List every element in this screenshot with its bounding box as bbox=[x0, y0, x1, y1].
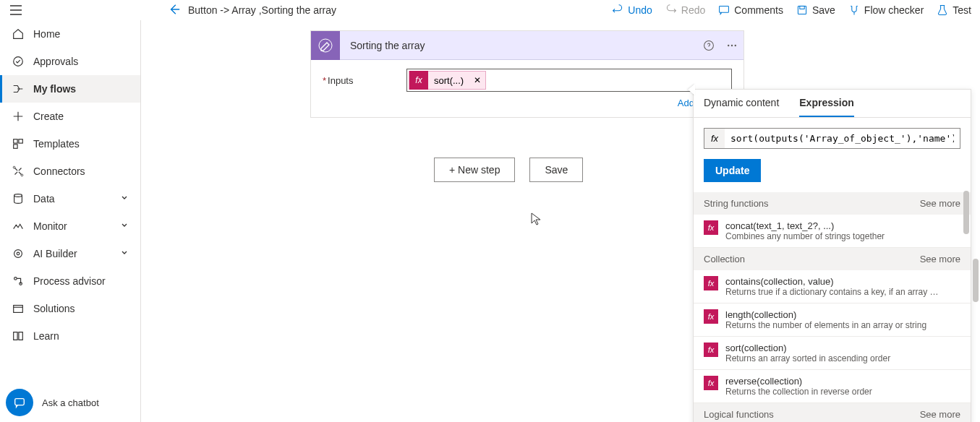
chevron-down-icon bbox=[120, 220, 129, 232]
cursor-icon bbox=[531, 212, 541, 225]
scrollbar-thumb[interactable] bbox=[973, 259, 979, 302]
help-icon[interactable] bbox=[697, 34, 720, 57]
new-step-button[interactable]: + New step bbox=[434, 158, 515, 182]
svg-rect-6 bbox=[14, 145, 17, 148]
home-icon bbox=[12, 27, 25, 40]
save-flow-button[interactable]: Save bbox=[529, 158, 583, 182]
remove-token-icon[interactable]: ✕ bbox=[469, 75, 485, 85]
plus-icon bbox=[12, 110, 25, 123]
svg-rect-5 bbox=[19, 139, 22, 143]
expression-input[interactable] bbox=[725, 129, 960, 148]
sidebar-item-label: Connectors bbox=[33, 165, 85, 177]
svg-point-7 bbox=[13, 166, 15, 168]
function-signature: concat(text_1, text_2?, ...) bbox=[725, 220, 960, 231]
sidebar-item-templates[interactable]: Templates bbox=[0, 130, 140, 158]
tab-expression[interactable]: Expression bbox=[799, 97, 853, 117]
sidebar-item-my-flows[interactable]: My flows bbox=[0, 75, 140, 103]
sidebar-item-solutions[interactable]: Solutions bbox=[0, 295, 140, 322]
expression-panel: Dynamic content Expression fx Update Str… bbox=[693, 89, 971, 422]
inputs-field[interactable]: fx sort(...) ✕ bbox=[406, 69, 732, 92]
step-title: Sorting the array bbox=[340, 40, 697, 51]
sidebar-item-connectors[interactable]: Connectors bbox=[0, 158, 140, 185]
sidebar-item-label: Learn bbox=[33, 330, 59, 342]
svg-rect-4 bbox=[14, 139, 17, 143]
fx-icon: fx bbox=[704, 276, 718, 290]
function-sort[interactable]: fx sort(collection) Returns an array sor… bbox=[694, 337, 971, 370]
svg-rect-15 bbox=[15, 399, 25, 405]
svg-point-16 bbox=[319, 39, 332, 52]
tab-dynamic-content[interactable]: Dynamic content bbox=[704, 97, 779, 117]
sidebar-item-label: AI Builder bbox=[33, 248, 77, 259]
learn-icon bbox=[12, 330, 25, 343]
comments-button[interactable]: Comments bbox=[718, 4, 783, 16]
sidebar-item-label: My flows bbox=[33, 83, 76, 95]
sidebar-item-label: Create bbox=[33, 111, 64, 122]
chevron-down-icon bbox=[120, 193, 129, 204]
see-more-link[interactable]: See more bbox=[920, 254, 960, 264]
function-contains[interactable]: fx contains(collection, value) Returns t… bbox=[694, 270, 971, 303]
undo-label: Undo bbox=[628, 4, 652, 16]
fx-icon: fx bbox=[704, 343, 718, 357]
scrollbar-thumb[interactable] bbox=[963, 191, 969, 234]
see-more-link[interactable]: See more bbox=[920, 198, 960, 209]
sidebar-item-process-advisor[interactable]: Process advisor bbox=[0, 267, 140, 295]
function-signature: length(collection) bbox=[725, 309, 960, 320]
fx-icon: fx bbox=[704, 309, 718, 324]
svg-point-10 bbox=[14, 250, 22, 258]
sidebar: Home Approvals My flows Create Templates… bbox=[0, 20, 141, 422]
flow-checker-button[interactable]: Flow checker bbox=[848, 4, 924, 16]
save-label: Save bbox=[812, 4, 835, 16]
step-header[interactable]: Sorting the array bbox=[311, 31, 743, 60]
step-card-sorting-array: Sorting the array *Inputs fx sort(...) ✕ bbox=[310, 30, 744, 118]
sidebar-item-monitor[interactable]: Monitor bbox=[0, 212, 140, 240]
comments-label: Comments bbox=[734, 4, 783, 16]
flows-icon bbox=[12, 82, 25, 95]
test-button[interactable]: Test bbox=[937, 4, 971, 16]
see-more-link[interactable]: See more bbox=[920, 409, 960, 420]
save-button[interactable]: Save bbox=[796, 4, 835, 16]
svg-point-17 bbox=[704, 40, 714, 50]
add-dynamic-content-link[interactable]: Add dynamic bbox=[323, 92, 732, 108]
function-description: Returns an array sorted in ascending ord… bbox=[725, 353, 942, 363]
sidebar-item-ai-builder[interactable]: AI Builder bbox=[0, 240, 140, 267]
function-description: Returns the number of elements in an arr… bbox=[725, 320, 942, 330]
data-icon bbox=[12, 192, 25, 205]
sidebar-item-create[interactable]: Create bbox=[0, 103, 140, 130]
fx-icon: fx bbox=[704, 376, 718, 390]
svg-point-9 bbox=[14, 194, 22, 197]
sidebar-item-label: Home bbox=[33, 28, 60, 40]
monitor-icon bbox=[12, 220, 25, 233]
function-signature: sort(collection) bbox=[725, 343, 960, 353]
update-button[interactable]: Update bbox=[704, 159, 761, 182]
function-reverse[interactable]: fx reverse(collection) Returns the colle… bbox=[694, 370, 971, 403]
solutions-icon bbox=[12, 302, 25, 315]
svg-rect-2 bbox=[800, 6, 804, 9]
svg-point-8 bbox=[21, 174, 23, 176]
svg-rect-1 bbox=[798, 6, 806, 14]
more-icon[interactable] bbox=[720, 34, 743, 57]
sidebar-item-approvals[interactable]: Approvals bbox=[0, 48, 140, 75]
svg-rect-14 bbox=[14, 306, 23, 313]
undo-button[interactable]: Undo bbox=[612, 4, 652, 16]
sidebar-item-learn[interactable]: Learn bbox=[0, 322, 140, 350]
sidebar-item-home[interactable]: Home bbox=[0, 20, 140, 48]
function-concat[interactable]: fx concat(text_1, text_2?, ...) Combines… bbox=[694, 215, 971, 248]
sidebar-item-label: Monitor bbox=[33, 220, 67, 232]
flow-checker-label: Flow checker bbox=[864, 4, 924, 16]
process-advisor-icon bbox=[12, 275, 25, 288]
hamburger-menu[interactable] bbox=[9, 3, 23, 17]
breadcrumb: Button -> Array ,Sorting the array bbox=[188, 4, 612, 16]
function-length[interactable]: fx length(collection) Returns the number… bbox=[694, 303, 971, 337]
back-arrow-icon[interactable] bbox=[168, 3, 181, 18]
sidebar-item-data[interactable]: Data bbox=[0, 185, 140, 212]
templates-icon bbox=[12, 137, 25, 150]
expression-token[interactable]: fx sort(...) ✕ bbox=[409, 71, 486, 90]
test-label: Test bbox=[953, 4, 971, 16]
field-label-inputs: *Inputs bbox=[323, 75, 406, 86]
sidebar-item-label: Approvals bbox=[33, 56, 78, 67]
sidebar-item-label: Process advisor bbox=[33, 275, 106, 287]
connectors-icon bbox=[12, 165, 25, 178]
chatbot-button[interactable]: Ask a chatbot bbox=[6, 389, 99, 416]
svg-point-19 bbox=[731, 44, 733, 46]
fx-icon: fx bbox=[409, 71, 428, 90]
